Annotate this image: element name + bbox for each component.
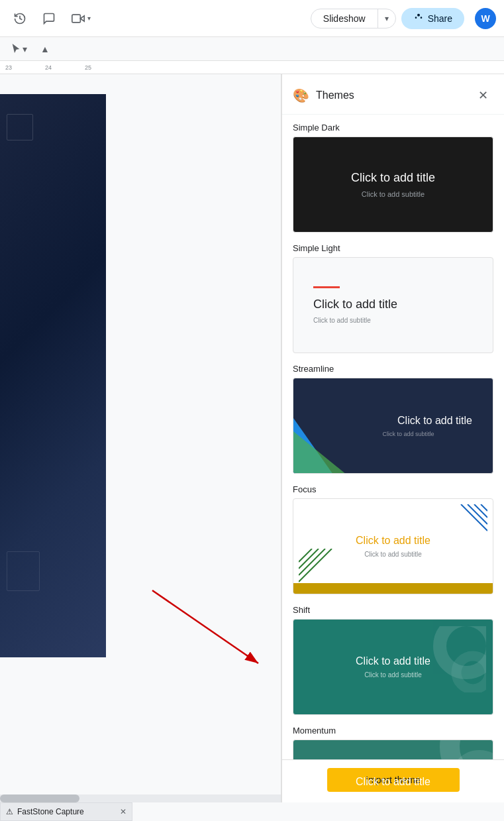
theme-item-streamline[interactable]: Streamline Click to add title Click to a… <box>293 364 493 474</box>
focus-title: Click to add title <box>356 535 430 547</box>
focus-lines-bottom-svg <box>299 549 338 588</box>
history-button[interactable] <box>8 7 32 30</box>
focus-lines-top-svg <box>448 504 487 544</box>
focus-subtitle: Click to add subtitle <box>364 551 422 558</box>
share-label: Share <box>428 13 452 24</box>
main-toolbar: ▾ Slideshow ▾ Share W <box>0 0 504 37</box>
cursor-tool-button[interactable]: ▾ <box>5 41 32 57</box>
avatar[interactable]: W <box>475 8 496 29</box>
ruler: 23 24 25 <box>0 61 504 74</box>
scroll-bar[interactable] <box>0 794 281 802</box>
theme-label-momentum: Momentum <box>293 726 493 736</box>
annotation-arrow <box>146 584 278 683</box>
comment-button[interactable] <box>37 7 61 30</box>
theme-preview-simple-light[interactable]: Click to add title Click to add subtitle <box>293 257 493 353</box>
shift-subtitle: Click to add subtitle <box>364 671 422 679</box>
momentum-title: Click to add title <box>356 776 430 788</box>
svg-marker-0 <box>80 15 84 21</box>
scroll-thumb <box>0 794 79 802</box>
ruler-tick-23: 23 <box>5 64 12 71</box>
slide-canvas[interactable] <box>0 94 106 657</box>
svg-line-7 <box>474 504 487 518</box>
theme-label-streamline: Streamline <box>293 364 493 374</box>
themes-title-group: 🎨 Themes <box>293 87 354 103</box>
svg-rect-1 <box>72 15 81 23</box>
theme-item-shift[interactable]: Shift Click to add title Click to add su… <box>293 605 493 715</box>
theme-label-simple-light: Simple Light <box>293 243 493 253</box>
themes-list: Simple Dark Click to add title Click to … <box>282 115 504 802</box>
theme-label-focus: Focus <box>293 484 493 494</box>
svg-line-13 <box>299 549 332 582</box>
svg-line-12 <box>299 549 325 575</box>
themes-panel: 🎨 Themes ✕ Simple Dark Click to add titl… <box>281 74 504 802</box>
simple-light-title: Click to add title <box>313 298 397 311</box>
svg-line-6 <box>481 504 487 511</box>
focus-gold-bar <box>293 583 493 594</box>
slide-shape-bottom <box>7 551 40 591</box>
theme-preview-streamline[interactable]: Click to add title Click to add subtitle <box>293 378 493 474</box>
theme-item-focus[interactable]: Focus <box>293 484 493 594</box>
slideshow-button[interactable]: Slideshow <box>311 9 378 28</box>
collapse-button[interactable]: ▲ <box>35 41 55 57</box>
simple-dark-subtitle: Click to add subtitle <box>362 190 425 198</box>
taskbar-close-button[interactable]: ✕ <box>120 807 126 816</box>
slideshow-dropdown-button[interactable]: ▾ <box>378 10 395 27</box>
video-button[interactable]: ▾ <box>66 8 96 29</box>
theme-item-simple-dark[interactable]: Simple Dark Click to add title Click to … <box>293 123 493 233</box>
svg-line-9 <box>461 504 487 531</box>
slideshow-group: Slideshow ▾ <box>311 9 396 28</box>
simple-light-subtitle: Click to add subtitle <box>313 317 371 324</box>
momentum-subtitle: Click to add subtitle <box>364 792 422 799</box>
ruler-tick-24: 24 <box>45 64 52 71</box>
shift-title: Click to add title <box>356 655 430 667</box>
theme-label-simple-dark: Simple Dark <box>293 123 493 133</box>
collapse-icon: ▲ <box>40 44 50 54</box>
svg-line-10 <box>299 549 312 562</box>
slide-shape-top <box>7 114 33 140</box>
streamline-subtitle: Click to add subtitle <box>382 431 434 437</box>
slideshow-dropdown-icon: ▾ <box>385 14 389 23</box>
cursor-dropdown-icon: ▾ <box>23 44 27 54</box>
video-dropdown-icon: ▾ <box>87 15 91 22</box>
share-button[interactable]: Share <box>401 8 464 29</box>
slide-panel <box>0 74 281 802</box>
themes-palette-icon: 🎨 <box>293 87 309 103</box>
streamline-shapes-svg <box>293 378 353 474</box>
theme-item-simple-light[interactable]: Simple Light Click to add title Click to… <box>293 243 493 353</box>
taskbar-app-name: FastStone Capture <box>17 807 84 816</box>
svg-line-3 <box>152 590 258 663</box>
ruler-tick-25: 25 <box>85 64 91 71</box>
streamline-title: Click to add title <box>397 415 472 427</box>
theme-preview-shift[interactable]: Click to add title Click to add subtitle <box>293 619 493 715</box>
main-area: 🎨 Themes ✕ Simple Dark Click to add titl… <box>0 74 504 802</box>
simple-light-accent-line <box>313 286 340 288</box>
themes-close-button[interactable]: ✕ <box>472 85 493 106</box>
theme-label-shift: Shift <box>293 605 493 615</box>
taskbar-item[interactable]: ⚠ FastStone Capture ✕ <box>0 802 132 821</box>
themes-title: Themes <box>316 89 354 101</box>
simple-dark-title: Click to add title <box>351 171 435 185</box>
theme-preview-simple-dark[interactable]: Click to add title Click to add subtitle <box>293 137 493 233</box>
themes-header: 🎨 Themes ✕ <box>282 74 504 115</box>
taskbar-warning-icon: ⚠ <box>6 807 13 816</box>
subtoolbar: ▾ ▲ <box>0 37 504 61</box>
theme-preview-focus[interactable]: Click to add title Click to add subtitle <box>293 498 493 594</box>
